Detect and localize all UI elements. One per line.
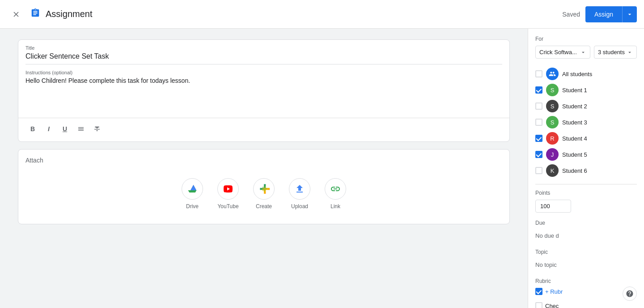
student-row-6: K Student 6: [535, 163, 637, 179]
checkbox-rubric[interactable]: [535, 288, 542, 295]
avatar-s2: S: [546, 100, 559, 112]
assignment-icon: [30, 8, 40, 18]
link-icon-circle: [325, 178, 346, 200]
list-button[interactable]: [74, 122, 88, 136]
drive-icon: [187, 184, 198, 194]
assign-dropdown-button[interactable]: [622, 6, 637, 22]
checkbox-s1[interactable]: [535, 86, 542, 94]
divider-1: [535, 184, 637, 184]
instructions-label: Instructions (optional): [25, 70, 502, 75]
page-title: Assignment: [46, 9, 93, 19]
topbar: Assignment Saved Assign: [0, 0, 644, 29]
group-icon: [549, 70, 556, 77]
student-name-4: Student 4: [562, 135, 637, 142]
rubric-link[interactable]: + Rubr: [545, 288, 563, 295]
title-section: Title: [18, 40, 509, 64]
student-name-5: Student 5: [562, 151, 637, 158]
for-label: For: [535, 36, 637, 42]
topic-field: Topic No topic: [535, 249, 637, 271]
close-button[interactable]: [7, 5, 25, 23]
topic-value[interactable]: No topic: [535, 259, 637, 271]
instructions-section: Instructions (optional): [18, 64, 509, 114]
due-field: Due No due d: [535, 220, 637, 242]
attach-card: Attach: [18, 149, 510, 224]
student-row-5: J Student 5: [535, 146, 637, 163]
avatar-s4: R: [546, 132, 559, 145]
italic-button[interactable]: I: [42, 122, 56, 136]
sidebar: For Crick Softwa... 3 students All stude…: [528, 29, 644, 308]
content-area: Title Instructions (optional) B I U: [0, 29, 528, 308]
avatar-s3: S: [546, 116, 559, 128]
attach-link[interactable]: Link: [325, 178, 346, 210]
students-count: 3 students: [598, 49, 625, 56]
student-row-3: S Student 3: [535, 114, 637, 130]
avatar-s6: K: [546, 164, 559, 177]
chevron-down-icon: [626, 11, 633, 18]
checkbox-s6[interactable]: [535, 167, 542, 174]
avatar-s1: S: [546, 84, 559, 96]
due-label: Due: [535, 220, 637, 226]
student-row-2: S Student 2: [535, 98, 637, 114]
svg-text:+: +: [260, 184, 265, 194]
create-label: Create: [256, 203, 272, 210]
topbar-right: Saved Assign: [562, 6, 637, 22]
attach-drive[interactable]: Drive: [182, 178, 203, 210]
title-instructions-card: Title Instructions (optional) B I U: [18, 39, 510, 142]
underline-button[interactable]: U: [58, 122, 72, 136]
checkbox-s4[interactable]: [535, 135, 542, 142]
help-button[interactable]: [623, 287, 637, 301]
title-input[interactable]: [25, 52, 502, 64]
student-row-4: R Student 4: [535, 130, 637, 146]
checkbox-s5[interactable]: [535, 151, 542, 158]
rubric-row: + Rubr: [535, 288, 637, 295]
title-label: Title: [25, 45, 502, 51]
drive-icon-circle: [182, 178, 203, 200]
points-input[interactable]: [535, 200, 571, 213]
attach-create[interactable]: + Create: [253, 178, 275, 210]
strikethrough-button[interactable]: [90, 122, 104, 136]
student-name-3: Student 3: [562, 119, 637, 126]
instructions-input[interactable]: [25, 77, 502, 113]
due-value[interactable]: No due d: [535, 230, 637, 242]
page-icon: [30, 8, 40, 21]
checklist-field: Chec: [535, 302, 637, 308]
topic-label: Topic: [535, 249, 637, 255]
upload-label: Upload: [291, 203, 308, 210]
attach-buttons: Drive YouTube: [25, 171, 502, 217]
class-name: Crick Softwa...: [539, 49, 577, 56]
checkbox-s3[interactable]: [535, 119, 542, 126]
youtube-icon-circle: [217, 178, 239, 200]
class-dropdown[interactable]: Crick Softwa...: [535, 46, 590, 59]
assign-button[interactable]: Assign: [585, 6, 622, 22]
create-icon: +: [258, 183, 270, 195]
avatar-all: [546, 68, 559, 80]
upload-icon-circle: [289, 178, 310, 200]
topbar-left: Assignment: [7, 5, 93, 23]
bold-button[interactable]: B: [25, 122, 40, 136]
link-icon: [330, 184, 341, 194]
close-icon: [12, 10, 20, 18]
checkbox-checklist[interactable]: [535, 302, 542, 308]
main-layout: Title Instructions (optional) B I U: [0, 29, 644, 308]
attach-title: Attach: [25, 157, 502, 164]
avatar-s5: J: [546, 148, 559, 161]
link-label: Link: [330, 203, 340, 210]
assign-btn-group: Assign: [585, 6, 637, 22]
upload-icon: [294, 184, 305, 194]
attach-upload[interactable]: Upload: [289, 178, 310, 210]
checkbox-all[interactable]: [535, 70, 542, 77]
rubric-label: Rubric: [535, 278, 637, 284]
student-name-2: Student 2: [562, 103, 637, 110]
attach-youtube[interactable]: YouTube: [217, 178, 239, 210]
checklist-label: Chec: [545, 303, 559, 308]
student-name-6: Student 6: [562, 167, 637, 174]
saved-status: Saved: [562, 11, 580, 18]
student-row-1: S Student 1: [535, 82, 637, 98]
students-dropdown[interactable]: 3 students: [594, 46, 637, 59]
student-name-1: Student 1: [562, 87, 637, 94]
points-field: Points: [535, 190, 637, 213]
youtube-icon: [223, 184, 233, 194]
help-icon: [626, 290, 634, 298]
create-icon-circle: +: [253, 178, 275, 200]
checkbox-s2[interactable]: [535, 103, 542, 110]
